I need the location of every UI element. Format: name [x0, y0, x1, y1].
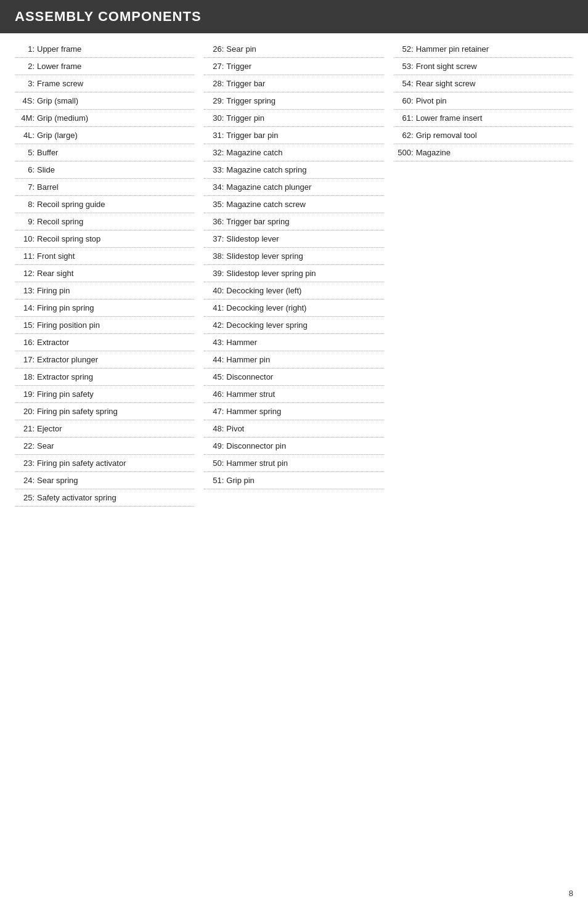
list-item: 4S:Grip (small) [15, 92, 194, 110]
list-item: 9:Recoil spring [15, 213, 194, 230]
item-number: 23: [15, 458, 37, 468]
item-label: Decocking lever (left) [226, 285, 301, 296]
item-number: 26: [204, 44, 226, 54]
item-number: 33: [204, 165, 226, 174]
list-item: 28:Trigger bar [204, 75, 383, 92]
list-item: 38:Slidestop lever spring [204, 248, 383, 265]
list-item: 15:Firing position pin [15, 317, 194, 334]
item-label: Trigger spring [226, 96, 276, 107]
column-2: 26:Sear pin27:Trigger28:Trigger bar29:Tr… [199, 41, 388, 507]
item-number: 50: [204, 458, 226, 468]
item-number: 53: [394, 61, 416, 71]
item-number: 5: [15, 147, 37, 157]
item-label: Trigger bar [226, 78, 265, 89]
item-number: 4S: [15, 96, 37, 105]
item-label: Upper frame [37, 44, 81, 55]
item-number: 37: [204, 234, 226, 243]
item-number: 62: [394, 130, 416, 140]
item-label: Decocking lever (right) [226, 303, 306, 314]
list-item: 31:Trigger bar pin [204, 127, 383, 144]
item-number: 43: [204, 337, 226, 347]
item-label: Ejector [37, 423, 62, 434]
list-item: 3:Frame screw [15, 75, 194, 92]
list-item: 60:Pivot pin [394, 92, 573, 110]
item-label: Sear pin [226, 44, 256, 55]
item-label: Firing position pin [37, 320, 100, 331]
list-item: 21:Ejector [15, 420, 194, 438]
column-1: 1:Upper frame2:Lower frame3:Frame screw4… [10, 41, 199, 507]
list-item: 49:Disconnector pin [204, 438, 383, 455]
list-item: 32:Magazine catch [204, 144, 383, 161]
list-item: 22:Sear [15, 438, 194, 455]
item-label: Slidestop lever spring pin [226, 268, 316, 279]
item-label: Magazine [416, 147, 451, 158]
content: 1:Upper frame2:Lower frame3:Frame screw4… [0, 38, 588, 509]
list-item: 54:Rear sight screw [394, 75, 573, 92]
item-label: Magazine catch spring [226, 165, 306, 176]
item-number: 36: [204, 216, 226, 226]
item-label: Hammer strut [226, 389, 275, 400]
item-number: 44: [204, 354, 226, 364]
item-number: 31: [204, 130, 226, 140]
list-item: 62:Grip removal tool [394, 127, 573, 144]
list-item: 53:Front sight screw [394, 58, 573, 75]
item-number: 20: [15, 406, 37, 416]
list-item: 48:Pivot [204, 420, 383, 438]
list-item: 37:Slidestop lever [204, 230, 383, 248]
item-label: Grip pin [226, 475, 255, 486]
item-number: 27: [204, 61, 226, 71]
item-number: 22: [15, 441, 37, 450]
list-item: 33:Magazine catch spring [204, 161, 383, 179]
list-item: 34:Magazine catch plunger [204, 179, 383, 196]
list-item: 17:Extractor plunger [15, 351, 194, 369]
item-label: Hammer pin retainer [416, 44, 489, 55]
list-item: 29:Trigger spring [204, 92, 383, 110]
item-label: Trigger bar spring [226, 216, 289, 227]
item-label: Recoil spring stop [37, 234, 100, 245]
item-label: Disconnector [226, 372, 273, 383]
item-label: Grip (small) [37, 96, 78, 107]
item-label: Trigger bar pin [226, 130, 278, 141]
item-label: Pivot [226, 423, 244, 434]
item-label: Grip (medium) [37, 113, 88, 124]
item-label: Slidestop lever spring [226, 251, 303, 262]
list-item: 42:Decocking lever spring [204, 317, 383, 334]
item-number: 51: [204, 475, 226, 485]
list-item: 35:Magazine catch screw [204, 196, 383, 213]
item-label: Buffer [37, 147, 58, 158]
list-item: 20:Firing pin safety spring [15, 403, 194, 420]
item-number: 61: [394, 113, 416, 123]
list-item: 13:Firing pin [15, 282, 194, 300]
item-label: Extractor plunger [37, 354, 98, 365]
list-item: 2:Lower frame [15, 58, 194, 75]
list-item: 36:Trigger bar spring [204, 213, 383, 230]
list-item: 45:Disconnector [204, 369, 383, 386]
item-label: Slidestop lever [226, 234, 279, 245]
item-label: Grip removal tool [416, 130, 477, 141]
item-label: Firing pin [37, 285, 70, 296]
item-number: 4L: [15, 130, 37, 140]
item-number: 46: [204, 389, 226, 399]
item-label: Grip (large) [37, 130, 78, 141]
list-item: 4L:Grip (large) [15, 127, 194, 144]
list-item: 5:Buffer [15, 144, 194, 161]
item-label: Slide [37, 165, 55, 176]
item-number: 17: [15, 354, 37, 364]
item-number: 34: [204, 182, 226, 192]
list-item: 40:Decocking lever (left) [204, 282, 383, 300]
item-number: 35: [204, 199, 226, 209]
item-label: Hammer strut pin [226, 458, 288, 469]
list-item: 27:Trigger [204, 58, 383, 75]
list-item: 50:Hammer strut pin [204, 455, 383, 472]
item-label: Trigger [226, 61, 251, 72]
item-label: Firing pin spring [37, 303, 94, 314]
item-label: Extractor spring [37, 372, 93, 383]
item-number: 60: [394, 96, 416, 105]
item-number: 30: [204, 113, 226, 123]
item-label: Hammer [226, 337, 257, 348]
item-label: Lower frame insert [416, 113, 483, 124]
item-number: 42: [204, 320, 226, 330]
item-number: 3: [15, 78, 37, 88]
item-number: 10: [15, 234, 37, 243]
list-item: 19:Firing pin safety [15, 386, 194, 403]
